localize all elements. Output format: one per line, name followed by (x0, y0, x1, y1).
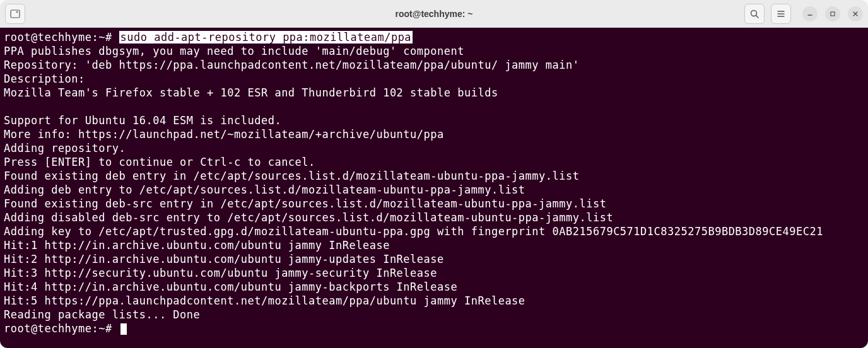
output-line (4, 100, 864, 113)
output-line: PPA publishes dbgsym, you may need to in… (4, 44, 864, 58)
cursor (120, 323, 127, 335)
close-icon (852, 11, 859, 17)
output-line: Hit:5 https://ppa.launchpadcontent.net/m… (4, 294, 864, 308)
output-line: Adding repository. (4, 141, 864, 155)
output-line: More info: https://launchpad.net/~mozill… (4, 127, 864, 141)
svg-line-2 (756, 15, 759, 18)
output-line: Adding deb entry to /etc/apt/sources.lis… (4, 183, 864, 197)
titlebar-left (5, 4, 25, 24)
close-button[interactable] (848, 6, 863, 21)
terminal-output: PPA publishes dbgsym, you may need to in… (4, 44, 864, 322)
terminal-window: root@techhyme: ~ (0, 0, 868, 348)
output-line: Repository: 'deb https://ppa.launchpadco… (4, 58, 864, 72)
output-line: Hit:4 http://in.archive.ubuntu.com/ubunt… (4, 280, 864, 294)
output-line: Press [ENTER] to continue or Ctrl-c to c… (4, 155, 864, 169)
prompt-1: root@techhyme:~# (4, 31, 119, 44)
svg-rect-0 (11, 10, 20, 18)
maximize-icon (830, 11, 836, 17)
output-line: Adding key to /etc/apt/trusted.gpg.d/moz… (4, 224, 864, 238)
output-line: Reading package lists... Done (4, 308, 864, 322)
output-line: Mozilla Team's Firefox stable + 102 ESR … (4, 86, 864, 100)
minimize-button[interactable] (802, 6, 818, 21)
prompt-2: root@techhyme:~# (4, 322, 119, 335)
menu-button[interactable] (771, 4, 791, 24)
minimize-icon (807, 11, 813, 17)
command-text: sudo add-apt-repository ppa:mozillateam/… (119, 31, 413, 44)
new-tab-button[interactable] (5, 4, 25, 24)
output-line: Hit:2 http://in.archive.ubuntu.com/ubunt… (4, 252, 864, 266)
search-icon (749, 9, 760, 19)
hamburger-icon (776, 9, 786, 19)
command-line-2: root@techhyme:~# (4, 322, 864, 335)
output-line: Hit:3 http://security.ubuntu.com/ubuntu … (4, 266, 864, 280)
window-controls (802, 6, 863, 21)
maximize-button[interactable] (825, 6, 840, 21)
command-line-1: root@techhyme:~# sudo add-apt-repository… (4, 30, 864, 44)
svg-rect-7 (831, 12, 835, 16)
window-title: root@techhyme: ~ (396, 9, 473, 19)
search-button[interactable] (744, 4, 765, 24)
output-line: Support for Ubuntu 16.04 ESM is included… (4, 113, 864, 127)
output-line: Hit:1 http://in.archive.ubuntu.com/ubunt… (4, 238, 864, 252)
output-line: Found existing deb entry in /etc/apt/sou… (4, 169, 864, 183)
terminal-tab-icon (10, 9, 20, 19)
titlebar: root@techhyme: ~ (0, 0, 868, 28)
titlebar-right (744, 4, 863, 24)
output-line: Description: (4, 72, 864, 86)
output-line: Found existing deb-src entry in /etc/apt… (4, 197, 864, 211)
terminal-area[interactable]: root@techhyme:~# sudo add-apt-repository… (0, 28, 868, 348)
output-line: Adding disabled deb-src entry to /etc/ap… (4, 211, 864, 224)
